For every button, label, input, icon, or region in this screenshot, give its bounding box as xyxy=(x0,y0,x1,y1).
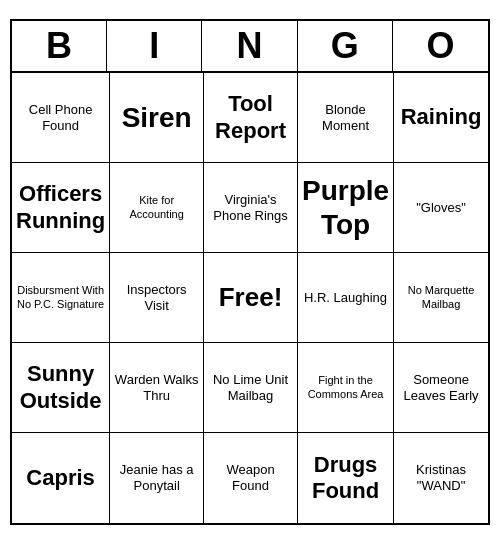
bingo-cell: Drugs Found xyxy=(298,433,394,523)
bingo-cell: Kite for Accounting xyxy=(110,163,204,253)
bingo-card: BINGO Cell Phone FoundSirenTool ReportBl… xyxy=(10,19,490,525)
bingo-cell: Someone Leaves Early xyxy=(394,343,488,433)
bingo-cell: No Lime Unit Mailbag xyxy=(204,343,298,433)
bingo-cell: Fight in the Commons Area xyxy=(298,343,394,433)
bingo-cell: Blonde Moment xyxy=(298,73,394,163)
bingo-grid: Cell Phone FoundSirenTool ReportBlonde M… xyxy=(12,73,488,523)
bingo-cell: No Marquette Mailbag xyxy=(394,253,488,343)
bingo-cell: Warden Walks Thru xyxy=(110,343,204,433)
bingo-cell: "Gloves" xyxy=(394,163,488,253)
bingo-cell: Weapon Found xyxy=(204,433,298,523)
bingo-cell: Tool Report xyxy=(204,73,298,163)
bingo-cell: Disbursment With No P.C. Signature xyxy=(12,253,110,343)
bingo-cell: Cell Phone Found xyxy=(12,73,110,163)
bingo-cell: Free! xyxy=(204,253,298,343)
bingo-header: BINGO xyxy=(12,21,488,73)
header-letter: B xyxy=(12,21,107,71)
bingo-cell: Capris xyxy=(12,433,110,523)
bingo-cell: Officers Running xyxy=(12,163,110,253)
bingo-cell: Siren xyxy=(110,73,204,163)
header-letter: N xyxy=(202,21,297,71)
bingo-cell: Kristinas "WAND" xyxy=(394,433,488,523)
header-letter: I xyxy=(107,21,202,71)
bingo-cell: Sunny Outside xyxy=(12,343,110,433)
bingo-cell: Purple Top xyxy=(298,163,394,253)
bingo-cell: Virginia's Phone Rings xyxy=(204,163,298,253)
bingo-cell: Inspectors Visit xyxy=(110,253,204,343)
bingo-cell: Jeanie has a Ponytail xyxy=(110,433,204,523)
header-letter: G xyxy=(298,21,393,71)
bingo-cell: Raining xyxy=(394,73,488,163)
header-letter: O xyxy=(393,21,488,71)
bingo-cell: H.R. Laughing xyxy=(298,253,394,343)
